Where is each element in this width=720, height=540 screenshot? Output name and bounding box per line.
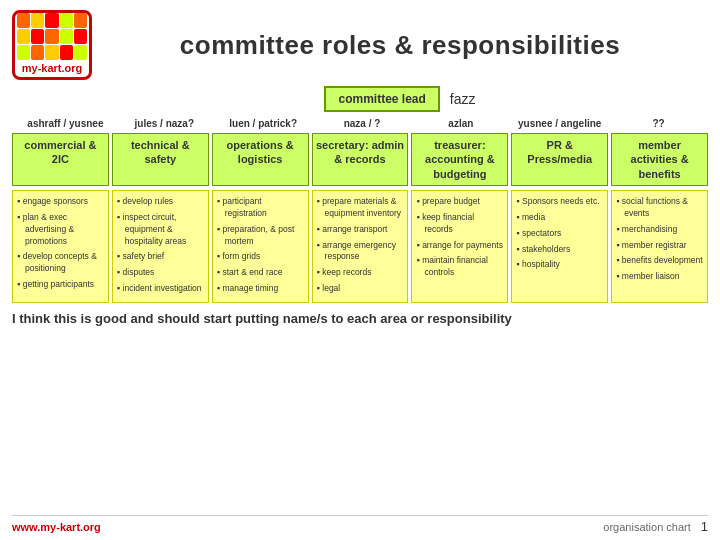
list-item: benefits development [616, 254, 703, 267]
lead-name: fazz [450, 91, 476, 107]
list-item: hospitality [516, 258, 603, 271]
chart-label: organisation chart [603, 521, 690, 533]
list-item: preparation, & post mortem [217, 223, 304, 248]
list-item: inspect circuit, equipment & hospitality… [117, 211, 204, 248]
logo-grid [17, 13, 87, 60]
name-cell: yusnee / angeline [510, 118, 609, 129]
committee-lead-box: committee lead [324, 86, 439, 112]
list-item: arrange emergency response [317, 239, 404, 264]
duty-cell: prepare materials & equipment inventorya… [312, 190, 409, 303]
role-header: commercial & 2IC [12, 133, 109, 186]
role-header: PR & Press/media [511, 133, 608, 186]
list-item: disputes [117, 266, 204, 279]
logo-cell [60, 13, 73, 28]
duty-cell: participant registrationpreparation, & p… [212, 190, 309, 303]
name-cell: ?? [609, 118, 708, 129]
logo-cell [17, 45, 30, 60]
logo-cell [45, 45, 58, 60]
role-header: treasurer: accounting & budgeting [411, 133, 508, 186]
list-item: media [516, 211, 603, 224]
role-header: member activities & benefits [611, 133, 708, 186]
logo-text: my-kart.org [22, 62, 83, 74]
list-item: participant registration [217, 195, 304, 220]
list-item: arrange transport [317, 223, 404, 236]
list-item: keep financial records [416, 211, 503, 236]
footer-right: organisation chart 1 [603, 519, 708, 534]
list-item: stakeholders [516, 243, 603, 256]
list-item: member registrar [616, 239, 703, 252]
footer-website: www.my-kart.org [12, 521, 101, 533]
name-cell: azlan [411, 118, 510, 129]
name-cell: naza / ? [313, 118, 412, 129]
duty-cell: engage sponsorsplan & exec advertising &… [12, 190, 109, 303]
logo-cell [74, 45, 87, 60]
duty-cell: prepare budgetkeep financial recordsarra… [411, 190, 508, 303]
role-header: technical & safety [112, 133, 209, 186]
names-row: ashraff / yusneejules / naza?luen / patr… [12, 118, 708, 129]
page-title: committee roles & responsibilities [92, 30, 708, 61]
logo-cell [31, 45, 44, 60]
logo-cell [17, 13, 30, 28]
list-item: incident investigation [117, 282, 204, 295]
logo-cell [45, 13, 58, 28]
committee-lead-row: committee lead fazz [12, 86, 708, 112]
list-item: merchandising [616, 223, 703, 236]
name-cell: ashraff / yusnee [16, 118, 115, 129]
logo-cell [74, 29, 87, 44]
logo-cell [31, 29, 44, 44]
list-item: social functions & events [616, 195, 703, 220]
duty-cell: Sponsors needs etc.mediaspectatorsstakeh… [511, 190, 608, 303]
logo-cell [31, 13, 44, 28]
list-item: start & end race [217, 266, 304, 279]
list-item: prepare budget [416, 195, 503, 208]
list-item: plan & exec advertising & promotions [17, 211, 104, 248]
role-header: secretary: admin & records [312, 133, 409, 186]
list-item: member liaison [616, 270, 703, 283]
list-item: Sponsors needs etc. [516, 195, 603, 208]
logo-cell [17, 29, 30, 44]
logo-cell [74, 13, 87, 28]
bottom-note: I think this is good and should start pu… [12, 311, 708, 326]
list-item: keep records [317, 266, 404, 279]
duty-cell: social functions & eventsmerchandisingme… [611, 190, 708, 303]
page: my-kart.org committee roles & responsibi… [0, 0, 720, 540]
name-cell: luen / patrick? [214, 118, 313, 129]
list-item: safety brief [117, 250, 204, 263]
logo-cell [60, 29, 73, 44]
footer: www.my-kart.org organisation chart 1 [12, 515, 708, 534]
list-item: engage sponsors [17, 195, 104, 208]
list-item: legal [317, 282, 404, 295]
list-item: manage timing [217, 282, 304, 295]
list-item: maintain financial controls [416, 254, 503, 279]
logo-cell [45, 29, 58, 44]
name-cell: jules / naza? [115, 118, 214, 129]
roles-row: commercial & 2ICtechnical & safetyoperat… [12, 133, 708, 186]
list-item: develop concepts & positioning [17, 250, 104, 275]
list-item: form grids [217, 250, 304, 263]
list-item: prepare materials & equipment inventory [317, 195, 404, 220]
duties-row: engage sponsorsplan & exec advertising &… [12, 190, 708, 303]
list-item: getting participants [17, 278, 104, 291]
title-area: committee roles & responsibilities [92, 30, 708, 61]
role-header: operations & logistics [212, 133, 309, 186]
logo-cell [60, 45, 73, 60]
list-item: arrange for payments [416, 239, 503, 252]
list-item: develop rules [117, 195, 204, 208]
header: my-kart.org committee roles & responsibi… [12, 10, 708, 80]
duty-cell: develop rulesinspect circuit, equipment … [112, 190, 209, 303]
logo-box: my-kart.org [12, 10, 92, 80]
list-item: spectators [516, 227, 603, 240]
page-number: 1 [701, 519, 708, 534]
